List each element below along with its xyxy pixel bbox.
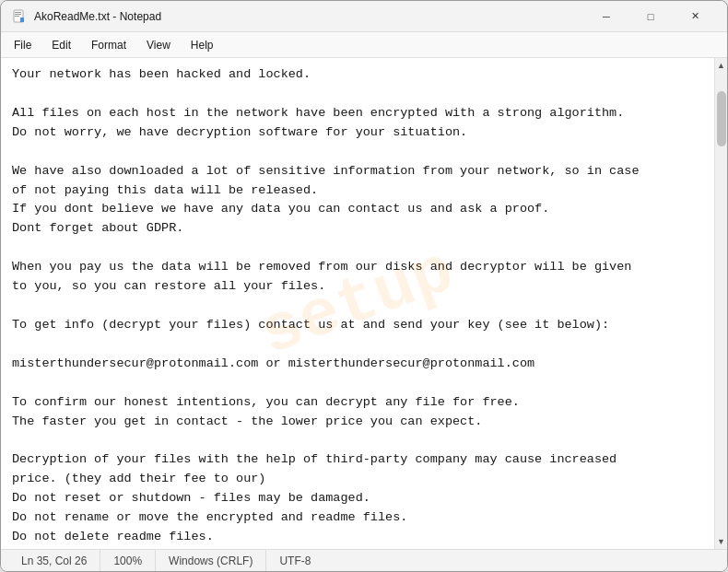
scrollbar-thumb[interactable] (717, 91, 726, 146)
menu-bar: File Edit Format View Help (1, 32, 727, 58)
window-controls: ─ □ ✕ (585, 1, 716, 32)
minimize-button[interactable]: ─ (585, 1, 628, 32)
window-title: AkoReadMe.txt - Notepad (34, 10, 585, 23)
menu-help[interactable]: Help (182, 35, 223, 55)
scrollbar[interactable]: ▲ ▼ (714, 58, 727, 549)
svg-rect-3 (15, 16, 19, 17)
line-col-indicator: Ln 35, Col 26 (8, 550, 100, 571)
line-endings-indicator: Windows (CRLF) (156, 550, 266, 571)
svg-rect-4 (20, 18, 24, 22)
encoding-indicator: UTF-8 (266, 550, 323, 571)
text-editor[interactable]: Your network has been hacked and locked.… (1, 58, 714, 549)
scrollbar-down[interactable]: ▼ (715, 534, 728, 549)
menu-file[interactable]: File (5, 35, 41, 55)
zoom-indicator: 100% (100, 550, 156, 571)
menu-edit[interactable]: Edit (42, 35, 80, 55)
watermark: setup (246, 221, 468, 386)
title-bar: AkoReadMe.txt - Notepad ─ □ ✕ (1, 1, 727, 32)
maximize-button[interactable]: □ (629, 1, 672, 32)
svg-rect-1 (15, 12, 21, 13)
scrollbar-up[interactable]: ▲ (715, 58, 728, 73)
menu-view[interactable]: View (137, 35, 180, 55)
svg-rect-2 (15, 14, 21, 15)
menu-format[interactable]: Format (82, 35, 135, 55)
notepad-window: AkoReadMe.txt - Notepad ─ □ ✕ File Edit … (0, 0, 728, 572)
content-area: Your network has been hacked and locked.… (1, 58, 727, 549)
app-icon (12, 9, 27, 24)
close-button[interactable]: ✕ (674, 1, 716, 32)
status-bar: Ln 35, Col 26 100% Windows (CRLF) UTF-8 (1, 549, 727, 571)
